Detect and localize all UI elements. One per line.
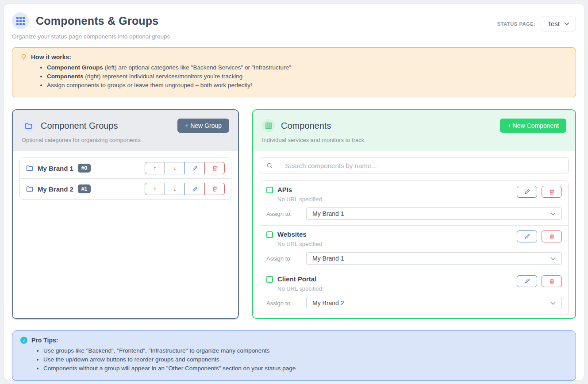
table-grid-icon [262, 119, 275, 132]
move-up-button[interactable]: ↑ [145, 162, 165, 174]
delete-component-button[interactable] [542, 275, 562, 287]
delete-group-button[interactable] [204, 162, 225, 174]
component-url-status: No URL specified [277, 285, 322, 292]
how-it-works-list: Component Groups (left) are optional cat… [20, 64, 568, 88]
component-list: APIs No URL specified [260, 180, 569, 315]
how-it-works-item: Assign components to groups or leave the… [47, 82, 568, 88]
component-row: Websites No URL specified [260, 225, 568, 270]
bullet-rest: (right) represent individual services/mo… [84, 73, 243, 80]
how-it-works-item: Components (right) represent individual … [47, 73, 568, 80]
folder-icon [26, 165, 33, 171]
page-header: Components & Groups Organize your status… [12, 12, 576, 40]
move-down-button[interactable]: ↓ [165, 162, 185, 174]
pencil-icon [192, 186, 198, 192]
components-panel-body: APIs No URL specified [253, 151, 575, 319]
component-name: Client Portal [277, 275, 322, 283]
group-actions: ↑ ↓ [145, 162, 225, 174]
component-actions [517, 186, 562, 198]
group-row: My Brand 2 #1 ↑ ↓ [20, 178, 231, 199]
search-icon [260, 158, 279, 173]
assigned-group-value: My Brand 1 [312, 255, 344, 262]
edit-group-button[interactable] [184, 162, 205, 174]
info-icon: i [20, 337, 27, 344]
trash-icon [549, 278, 555, 284]
component-name: APIs [277, 186, 322, 193]
status-page-area: STATUS PAGE: Test [497, 16, 576, 31]
pencil-icon [524, 189, 530, 195]
how-it-works-box: How it works: Component Groups (left) ar… [12, 47, 576, 97]
component-groups-panel: Component Groups + New Group Optional ca… [12, 109, 239, 319]
delete-group-button[interactable] [204, 183, 225, 195]
groups-panel-body: My Brand 1 #0 ↑ ↓ [13, 151, 238, 318]
order-badge: #0 [78, 164, 91, 173]
delete-component-button[interactable] [542, 186, 562, 198]
components-panel-subtitle: Individual services and monitors to trac… [262, 137, 566, 143]
component-search-bar [260, 157, 569, 173]
group-actions: ↑ ↓ [145, 183, 225, 195]
bullet-rest: Assign components to groups or leave the… [47, 82, 252, 88]
component-row: APIs No URL specified [260, 181, 568, 225]
order-badge: #1 [78, 184, 91, 193]
component-row: Client Portal No URL specified [260, 270, 568, 315]
assign-to-label: Assign to: [266, 255, 306, 262]
lightbulb-icon [20, 54, 27, 61]
how-it-works-title-row: How it works: [20, 54, 568, 61]
panels-row: Component Groups + New Group Optional ca… [12, 109, 576, 319]
component-checkbox[interactable] [266, 276, 273, 283]
component-actions [517, 230, 562, 242]
component-name: Websites [277, 230, 322, 238]
move-up-button[interactable]: ↑ [145, 183, 165, 195]
how-it-works-item: Component Groups (left) are optional cat… [47, 64, 568, 71]
page-title: Components & Groups [36, 15, 158, 27]
chevron-down-icon [550, 212, 556, 215]
component-actions [517, 275, 562, 287]
pro-tips-list: Use groups like "Backend", "Frontend", "… [20, 347, 568, 372]
trash-icon [549, 234, 555, 240]
edit-component-button[interactable] [517, 230, 537, 242]
group-list: My Brand 1 #0 ↑ ↓ [19, 157, 231, 200]
pro-tips-item: Use the up/down arrow buttons to reorder… [43, 356, 568, 363]
status-page-value: Test [547, 20, 560, 27]
assign-group-select[interactable]: My Brand 2 [306, 297, 562, 309]
pro-tips-item: Components without a group will appear i… [43, 365, 568, 372]
header-left: Components & Groups Organize your status… [12, 12, 170, 40]
components-panel-title: Components [281, 121, 331, 131]
chevron-down-icon [550, 302, 556, 305]
new-group-button[interactable]: + New Group [177, 119, 229, 133]
edit-group-button[interactable] [184, 183, 205, 195]
delete-component-button[interactable] [542, 230, 562, 242]
components-grid-icon [12, 12, 29, 29]
pencil-icon [192, 165, 198, 171]
components-panel-header: Components + New Component Individual se… [253, 110, 575, 151]
pro-tips-title-row: i Pro Tips: [20, 337, 568, 344]
edit-component-button[interactable] [517, 186, 537, 198]
chevron-down-icon [550, 257, 556, 260]
how-it-works-title: How it works: [31, 54, 71, 61]
component-checkbox[interactable] [266, 231, 273, 238]
status-page-select[interactable]: Test [541, 16, 576, 31]
pro-tips-title: Pro Tips: [31, 337, 58, 344]
move-down-button[interactable]: ↓ [165, 183, 185, 195]
bullet-rest: (left) are optional categories like "Bac… [103, 64, 291, 71]
component-url-status: No URL specified [277, 241, 322, 247]
groups-panel-subtitle: Optional categories for organizing compo… [22, 137, 229, 143]
assign-group-select[interactable]: My Brand 1 [306, 207, 562, 220]
pro-tips-item: Use groups like "Backend", "Frontend", "… [43, 347, 568, 354]
new-component-button[interactable]: + New Component [500, 119, 566, 133]
group-row: My Brand 1 #0 ↑ ↓ [20, 158, 231, 178]
edit-component-button[interactable] [517, 275, 537, 287]
assigned-group-value: My Brand 1 [312, 210, 344, 217]
pencil-icon [524, 278, 530, 284]
assign-to-label: Assign to: [266, 211, 306, 217]
assign-group-select[interactable]: My Brand 1 [306, 252, 562, 265]
page-subtitle: Organize your status page components int… [12, 33, 170, 40]
component-checkbox[interactable] [266, 187, 273, 193]
groups-panel-header: Component Groups + New Group Optional ca… [13, 110, 238, 151]
search-components-input[interactable] [279, 158, 568, 173]
groups-panel-title: Component Groups [41, 121, 118, 131]
grid-glyph [16, 17, 25, 25]
group-name: My Brand 2 [38, 185, 73, 193]
group-name: My Brand 1 [38, 165, 73, 172]
assigned-group-value: My Brand 2 [312, 300, 344, 307]
folder-icon [22, 119, 35, 132]
